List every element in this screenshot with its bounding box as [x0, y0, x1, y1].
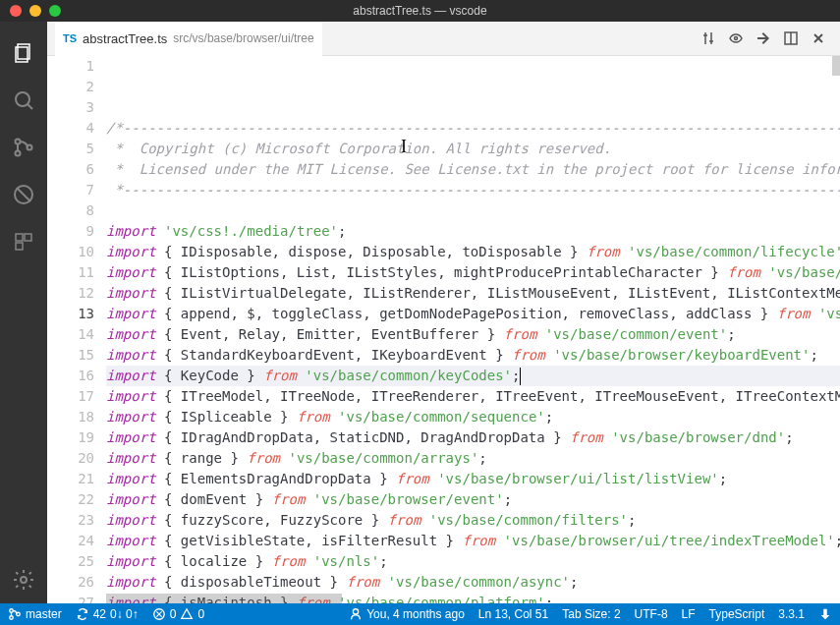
code-line[interactable]: * Copyright (c) Microsoft Corporation. A…: [106, 139, 840, 159]
split-editor-icon[interactable]: [777, 30, 805, 46]
feedback-icon[interactable]: [818, 607, 832, 621]
git-branch-status[interactable]: master: [8, 607, 62, 621]
svg-line-3: [28, 104, 32, 109]
search-icon[interactable]: [0, 77, 47, 124]
code-line[interactable]: import { IListVirtualDelegate, IListRend…: [106, 283, 840, 304]
problems-status[interactable]: 0 0: [152, 607, 204, 621]
line-number: 9: [47, 221, 94, 242]
svg-rect-11: [16, 243, 23, 250]
code-line[interactable]: import { IDisposable, dispose, Disposabl…: [106, 242, 840, 262]
code-line[interactable]: import { IDragAndDropData, StaticDND, Dr…: [106, 427, 840, 448]
line-number: 7: [47, 180, 94, 200]
extensions-icon[interactable]: [0, 218, 47, 265]
editor-caret: [520, 368, 521, 385]
code-editor[interactable]: 1234567891011121314151617181920212223242…: [47, 56, 840, 603]
titlebar: abstractTree.ts — vscode: [0, 0, 840, 22]
line-number: 20: [47, 448, 94, 469]
branch-name: master: [26, 607, 62, 621]
line-number: 16: [47, 366, 94, 386]
svg-line-8: [17, 188, 30, 201]
svg-point-4: [16, 140, 21, 144]
line-number: 17: [47, 386, 94, 407]
svg-rect-10: [25, 234, 31, 241]
open-changes-icon[interactable]: [750, 30, 777, 46]
sync-arrows: 0↓ 0↑: [110, 607, 139, 621]
preview-icon[interactable]: [722, 30, 750, 46]
code-line[interactable]: import 'vs/css!./media/tree';: [106, 221, 840, 242]
code-line[interactable]: import { getVisibleState, isFilterResult…: [106, 531, 840, 551]
code-line[interactable]: import { range } from 'vs/base/common/ar…: [106, 448, 840, 469]
code-line[interactable]: *---------------------------------------…: [106, 180, 840, 200]
git-blame-status[interactable]: You, 4 months ago: [349, 607, 465, 621]
code-line[interactable]: import { disposableTimeout } from 'vs/ba…: [106, 572, 840, 593]
typescript-file-icon: TS: [63, 32, 77, 44]
blame-text: You, 4 months ago: [366, 607, 465, 621]
language-mode-status[interactable]: TypeScript: [709, 607, 765, 621]
scrollbar-thumb[interactable]: [106, 594, 342, 603]
line-number: 8: [47, 200, 94, 221]
line-number: 2: [47, 77, 94, 97]
tab-size-status[interactable]: Tab Size: 2: [562, 607, 620, 621]
line-number: 22: [47, 489, 94, 510]
warning-count: 0: [197, 607, 204, 621]
svg-point-5: [16, 151, 21, 156]
line-number: 14: [47, 324, 94, 345]
activity-bar: [0, 22, 47, 603]
code-line[interactable]: import { IListOptions, List, IListStyles…: [106, 262, 840, 283]
tab-filename: abstractTree.ts: [83, 31, 167, 46]
code-line[interactable]: * Licensed under the MIT License. See Li…: [106, 159, 840, 180]
sync-count: 42: [93, 607, 106, 621]
horizontal-scrollbar[interactable]: [106, 594, 840, 603]
code-line[interactable]: import { ISpliceable } from 'vs/base/com…: [106, 407, 840, 427]
code-line[interactable]: import { ElementsDragAndDropData } from …: [106, 469, 840, 489]
line-number: 1: [47, 56, 94, 77]
compare-changes-icon[interactable]: [695, 30, 722, 46]
line-number: 15: [47, 345, 94, 366]
explorer-icon[interactable]: [0, 29, 47, 77]
code-line[interactable]: import { ITreeModel, ITreeNode, ITreeRen…: [106, 386, 840, 407]
line-number: 26: [47, 572, 94, 593]
line-number: 18: [47, 407, 94, 427]
code-content[interactable]: I /*------------------------------------…: [106, 56, 840, 603]
line-number-gutter: 1234567891011121314151617181920212223242…: [47, 56, 106, 603]
line-number: 23: [47, 510, 94, 531]
sync-status[interactable]: 42 0↓ 0↑: [76, 607, 139, 621]
code-line[interactable]: import { Event, Relay, Emitter, EventBuf…: [106, 324, 840, 345]
svg-point-18: [10, 609, 14, 613]
close-tab-icon[interactable]: [805, 30, 832, 46]
debug-icon[interactable]: [0, 171, 47, 218]
code-line[interactable]: import { append, $, toggleClass, getDomN…: [106, 304, 840, 324]
source-control-icon[interactable]: [0, 124, 47, 171]
svg-point-12: [21, 577, 27, 583]
svg-rect-9: [16, 234, 23, 241]
settings-gear-icon[interactable]: [0, 556, 47, 603]
window-title: abstractTree.ts — vscode: [0, 4, 840, 18]
line-number: 11: [47, 262, 94, 283]
line-number: 3: [47, 97, 94, 118]
eol-status[interactable]: LF: [682, 607, 696, 621]
code-line[interactable]: import { domEvent } from 'vs/base/browse…: [106, 489, 840, 510]
code-line[interactable]: import { KeyCode } from 'vs/base/common/…: [106, 366, 840, 386]
line-number: 6: [47, 159, 94, 180]
line-number: 27: [47, 593, 94, 603]
cursor-position-status[interactable]: Ln 13, Col 51: [478, 607, 548, 621]
code-line[interactable]: import { localize } from 'vs/nls';: [106, 551, 840, 572]
status-bar: master 42 0↓ 0↑ 0 0 You, 4 months ago Ln…: [0, 603, 840, 625]
minimap-scroll-indicator[interactable]: [832, 56, 840, 76]
code-line[interactable]: import { StandardKeyboardEvent, IKeyboar…: [106, 345, 840, 366]
encoding-status[interactable]: UTF-8: [635, 607, 668, 621]
code-line[interactable]: /*--------------------------------------…: [106, 118, 840, 139]
code-line[interactable]: [106, 200, 840, 221]
tab-path: src/vs/base/browser/ui/tree: [173, 31, 313, 45]
line-number: 4: [47, 118, 94, 139]
code-line[interactable]: import { fuzzyScore, FuzzyScore } from '…: [106, 510, 840, 531]
line-number: 13: [47, 304, 94, 324]
error-count: 0: [170, 607, 177, 621]
line-number: 25: [47, 551, 94, 572]
ts-version-status[interactable]: 3.3.1: [778, 607, 805, 621]
line-number: 5: [47, 139, 94, 159]
line-number: 10: [47, 242, 94, 262]
line-number: 12: [47, 283, 94, 304]
editor-tab[interactable]: TS abstractTree.ts src/vs/base/browser/u…: [55, 22, 322, 56]
line-number: 21: [47, 469, 94, 489]
